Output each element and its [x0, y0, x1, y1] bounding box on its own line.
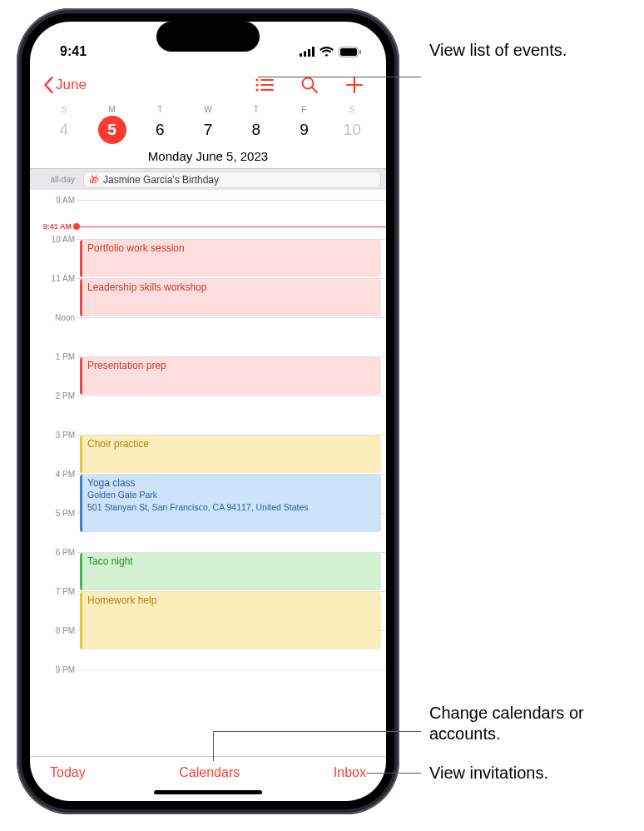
svg-rect-6: [359, 50, 361, 54]
calendars-button[interactable]: Calendars: [179, 765, 240, 780]
dynamic-island: [156, 22, 260, 52]
day-cell[interactable]: 7: [184, 116, 232, 144]
callout-inbox: View invitations.: [429, 763, 548, 784]
phone-frame: 9:41 June: [17, 8, 399, 814]
day-number: 7: [194, 116, 222, 144]
inbox-button[interactable]: Inbox: [334, 765, 366, 780]
calendar-event[interactable]: Leadership skills workshop: [80, 279, 381, 316]
event-address: 501 Stanyan St, San Francisco, CA 94117,…: [87, 502, 376, 514]
week-day-label: S: [40, 105, 88, 114]
calendar-event[interactable]: Portfolio work session: [80, 240, 381, 277]
gift-icon: 🎁︎: [89, 175, 98, 185]
calendar-event[interactable]: Presentation prep: [80, 357, 381, 395]
home-indicator[interactable]: [154, 790, 262, 794]
hour-line: [77, 317, 386, 318]
svg-point-7: [255, 78, 258, 81]
calendar-event[interactable]: Taco night: [80, 553, 381, 590]
week-day-label: T: [136, 105, 184, 114]
add-event-button[interactable]: [344, 75, 364, 95]
callout-list-view: View list of events.: [429, 40, 567, 61]
hour-label: 9 AM: [30, 196, 75, 205]
event-title: Presentation prep: [87, 360, 376, 371]
calendar-event[interactable]: Homework help: [80, 592, 381, 649]
hour-label: 4 PM: [30, 470, 75, 479]
callout-line: [258, 77, 421, 77]
allday-label: all-day: [30, 175, 77, 184]
list-view-button[interactable]: [255, 75, 275, 95]
day-timeline[interactable]: 9 AM10 AM11 AMNoon1 PM2 PM3 PM4 PM5 PM6 …: [30, 190, 386, 756]
day-number: 10: [338, 116, 366, 144]
phone-bezel: 9:41 June: [22, 13, 394, 809]
search-button[interactable]: [300, 75, 320, 95]
hour-label: 6 PM: [30, 548, 75, 557]
hour-label: 1 PM: [30, 352, 75, 361]
week-day-label: W: [184, 105, 232, 114]
week-day-labels: SMTWTFS: [30, 103, 386, 114]
callout-line: [213, 731, 421, 732]
svg-rect-2: [308, 49, 310, 57]
hour-label: 7 PM: [30, 587, 75, 596]
hour-line: [77, 200, 386, 201]
hour-label: 3 PM: [30, 430, 75, 440]
status-indicators: [300, 47, 361, 57]
chevron-left-icon: [43, 77, 54, 93]
day-cell[interactable]: 6: [136, 116, 184, 144]
nav-bar: June: [30, 67, 386, 103]
battery-icon: [339, 47, 361, 57]
list-icon: [255, 78, 274, 92]
day-number: 9: [290, 116, 318, 144]
hour-label: 9 PM: [30, 665, 75, 674]
callout-calendars: Change calendars or accounts.: [429, 703, 644, 744]
selected-date-label: Monday June 5, 2023: [30, 149, 386, 168]
current-time-dot: [73, 223, 80, 230]
event-title: Taco night: [87, 555, 376, 567]
svg-rect-0: [300, 53, 302, 57]
hour-label: Noon: [30, 313, 75, 322]
hour-line: [77, 669, 386, 670]
hour-label: 2 PM: [30, 391, 75, 401]
svg-rect-10: [260, 84, 274, 86]
hour-label: 11 AM: [30, 274, 75, 283]
search-icon: [301, 77, 318, 93]
event-title: Choir practice: [87, 438, 376, 450]
day-number: 6: [146, 116, 174, 144]
hour-line: [77, 396, 386, 396]
event-title: Portfolio work session: [87, 242, 376, 254]
allday-event[interactable]: 🎁︎ Jasmine Garcia's Birthday: [83, 172, 381, 188]
day-cell[interactable]: 5: [88, 116, 136, 144]
nav-actions: [255, 75, 379, 95]
day-cell[interactable]: 8: [232, 116, 280, 144]
svg-rect-5: [340, 48, 357, 56]
week-day-label: M: [88, 105, 136, 114]
back-button[interactable]: June: [37, 73, 93, 97]
event-title: Yoga class: [87, 477, 376, 489]
svg-rect-8: [260, 79, 274, 81]
event-location: Golden Gate Park: [87, 490, 376, 501]
svg-point-11: [255, 88, 258, 91]
calendar-event[interactable]: Yoga classGolden Gate Park501 Stanyan St…: [80, 475, 381, 532]
plus-icon: [346, 77, 363, 93]
day-cell[interactable]: 4: [40, 116, 88, 144]
event-title: Homework help: [87, 595, 376, 606]
svg-rect-1: [304, 52, 306, 57]
svg-point-9: [255, 83, 258, 86]
day-cell[interactable]: 10: [328, 116, 376, 144]
week-day-numbers: 45678910: [30, 114, 386, 149]
today-button[interactable]: Today: [50, 765, 86, 780]
callout-line: [366, 773, 421, 774]
day-number: 8: [242, 116, 270, 144]
hour-label: 5 PM: [30, 509, 75, 518]
wifi-icon: [320, 47, 334, 57]
day-number: 4: [50, 116, 78, 144]
hour-label: 10 AM: [30, 235, 75, 244]
event-title: Leadership skills workshop: [87, 281, 376, 293]
calendar-event[interactable]: Choir practice: [80, 435, 381, 473]
day-number: 5: [98, 116, 126, 144]
callout-line: [213, 731, 214, 761]
week-day-label: S: [328, 105, 376, 114]
current-time-line: [77, 226, 386, 228]
back-label: June: [56, 77, 87, 93]
day-cell[interactable]: 9: [280, 116, 329, 144]
screen: 9:41 June: [30, 22, 386, 801]
svg-rect-3: [312, 47, 315, 57]
